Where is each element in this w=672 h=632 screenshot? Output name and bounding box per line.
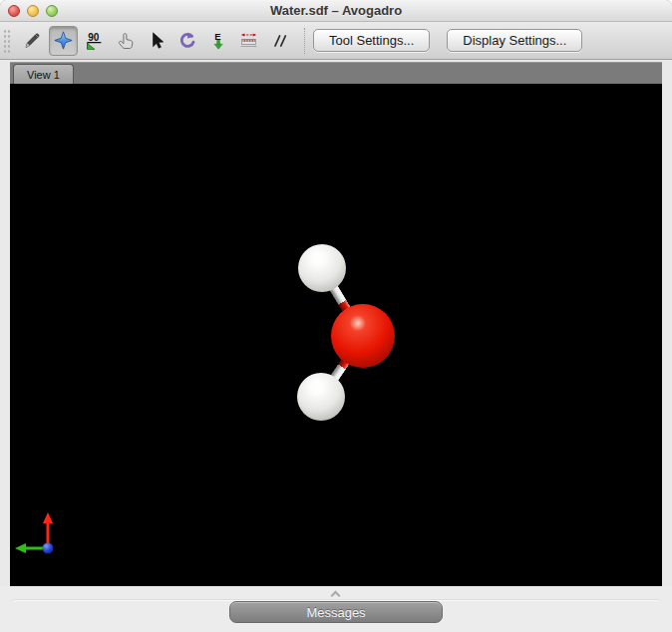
selection-tool-button[interactable] [142,26,170,56]
display-settings-button[interactable]: Display Settings... [447,29,582,52]
close-button[interactable] [8,5,20,17]
optimize-e-icon: E [208,31,227,50]
measure-tool-button[interactable] [234,26,263,56]
axes-indicator [12,508,60,556]
collapse-caret-icon [331,591,341,601]
bottom-bar: Messages [0,586,672,632]
navigate-tool-button[interactable] [49,26,78,56]
messages-button[interactable]: Messages [229,601,443,623]
auto-rotate-tool-button[interactable] [172,26,201,56]
cursor-arrow-icon [147,31,166,50]
tool-settings-button[interactable]: Tool Settings... [313,29,430,52]
avogadro-window: Water.sdf – Avogadro 90 [0,0,672,632]
traffic-lights [8,5,58,17]
x-axis-arrowhead [15,543,26,553]
tab-view-1[interactable]: View 1 [13,64,74,85]
rotate-icon [177,31,196,50]
align-tool-button[interactable] [265,26,294,56]
zoom-button[interactable] [46,5,58,17]
draw-tool-button[interactable] [18,26,47,56]
minimize-button[interactable] [27,5,39,17]
atom-H[interactable] [297,373,345,421]
y-axis-arrowhead [43,512,53,523]
content-area: View 1 Messages [0,60,672,632]
toolbar: 90 E [0,22,672,60]
atom-H[interactable] [298,244,346,292]
svg-text:90: 90 [88,32,100,43]
window-title: Water.sdf – Avogadro [0,0,672,21]
hand-icon [116,31,135,50]
z-axis-ball [43,543,54,554]
bond-centric-tool-button[interactable]: 90 [80,26,109,56]
title-bar[interactable]: Water.sdf – Avogadro [0,0,672,22]
svg-text:E: E [214,31,220,42]
atom-O[interactable] [331,304,395,368]
pencil-icon [23,31,42,50]
view-tab-bar: View 1 [10,62,662,84]
angle-90-icon: 90 [85,31,104,50]
align-icon [270,31,289,50]
navigate-star-icon [54,31,73,50]
viewport-3d[interactable] [10,84,662,586]
toolbar-separator [304,28,305,54]
toolbar-drag-handle[interactable] [3,28,11,54]
measure-ruler-icon [239,31,258,50]
auto-optimize-tool-button[interactable]: E [203,26,232,56]
manipulate-tool-button[interactable] [111,26,140,56]
